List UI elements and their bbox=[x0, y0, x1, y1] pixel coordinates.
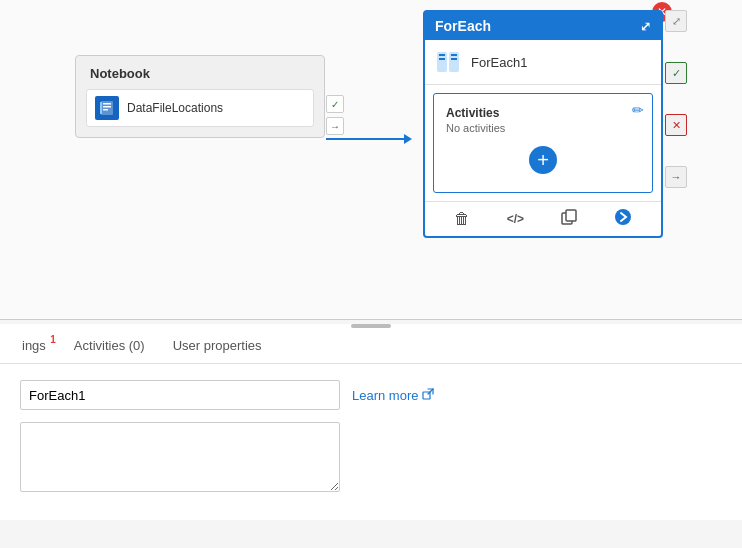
foreach-error-connector[interactable]: ✕ bbox=[665, 114, 687, 136]
foreach-arrow-connector[interactable]: → bbox=[665, 166, 687, 188]
notebook-success-connector[interactable]: ✓ bbox=[326, 95, 344, 113]
foreach-header: ForEach ⤢ bbox=[425, 12, 661, 40]
svg-rect-12 bbox=[566, 210, 576, 221]
add-activity-button[interactable]: + bbox=[529, 146, 557, 174]
notebook-item-icon bbox=[95, 96, 119, 120]
activities-subtitle: No activities bbox=[446, 122, 640, 134]
foreach-success-connector[interactable]: ✓ bbox=[665, 62, 687, 84]
copy-icon[interactable] bbox=[561, 209, 577, 229]
foreach-header-icons: ⤢ bbox=[640, 19, 651, 34]
description-textarea[interactable] bbox=[20, 422, 340, 492]
edit-pencil-icon[interactable]: ✏ bbox=[632, 102, 644, 118]
svg-point-13 bbox=[615, 209, 631, 225]
foreach-subheader: ForEach1 bbox=[425, 40, 661, 85]
foreach-title: ForEach bbox=[435, 18, 491, 34]
code-icon[interactable]: </> bbox=[507, 212, 524, 226]
notebook-connectors: ✓ → bbox=[326, 95, 344, 135]
notebook-node: Notebook DataFileLocations bbox=[75, 55, 325, 138]
svg-rect-6 bbox=[439, 54, 445, 56]
properties-area: Learn more bbox=[0, 364, 742, 520]
notebook-item[interactable]: DataFileLocations bbox=[86, 89, 314, 127]
external-link-icon bbox=[422, 388, 434, 402]
settings-badge: 1 bbox=[50, 334, 56, 345]
svg-rect-3 bbox=[103, 109, 108, 111]
expand-icon[interactable]: ⤢ bbox=[640, 19, 651, 34]
trash-icon[interactable]: 🗑 bbox=[454, 210, 470, 228]
tab-user-properties[interactable]: User properties bbox=[159, 330, 276, 361]
name-input[interactable] bbox=[20, 380, 340, 410]
tab-settings[interactable]: ings 1 bbox=[8, 330, 60, 361]
notebook-arrow-connector[interactable]: → bbox=[326, 117, 344, 135]
svg-rect-9 bbox=[451, 54, 457, 56]
tabs-row: ings 1 Activities (0) User properties bbox=[0, 328, 742, 364]
svg-rect-1 bbox=[103, 103, 111, 105]
svg-rect-4 bbox=[100, 102, 102, 114]
canvas-area: ✕ Notebook DataFileLocations ✓ → bbox=[0, 0, 742, 320]
description-row bbox=[20, 422, 722, 492]
foreach-sub-icon bbox=[435, 48, 463, 76]
notebook-item-label: DataFileLocations bbox=[127, 101, 223, 115]
bottom-panel: ings 1 Activities (0) User properties Le… bbox=[0, 324, 742, 520]
foreach-sub-label: ForEach1 bbox=[471, 55, 527, 70]
foreach-right-connectors: ⤢ ✓ ✕ → bbox=[665, 10, 687, 188]
connector-arrow bbox=[326, 138, 426, 140]
tab-activities[interactable]: Activities (0) bbox=[60, 330, 159, 361]
name-row: Learn more bbox=[20, 380, 722, 410]
learn-more-link[interactable]: Learn more bbox=[352, 388, 434, 403]
foreach-node: ForEach ⤢ ForEach1 Activities No activit… bbox=[423, 10, 663, 238]
svg-rect-2 bbox=[103, 106, 111, 108]
foreach-expand-connector[interactable]: ⤢ bbox=[665, 10, 687, 32]
activities-title: Activities bbox=[446, 106, 640, 120]
svg-rect-10 bbox=[451, 58, 457, 60]
foreach-activities: Activities No activities + ✏ bbox=[433, 93, 653, 193]
notebook-title: Notebook bbox=[86, 66, 314, 81]
forward-icon[interactable] bbox=[614, 208, 632, 230]
svg-rect-7 bbox=[439, 58, 445, 60]
foreach-footer: 🗑 </> bbox=[425, 201, 661, 236]
